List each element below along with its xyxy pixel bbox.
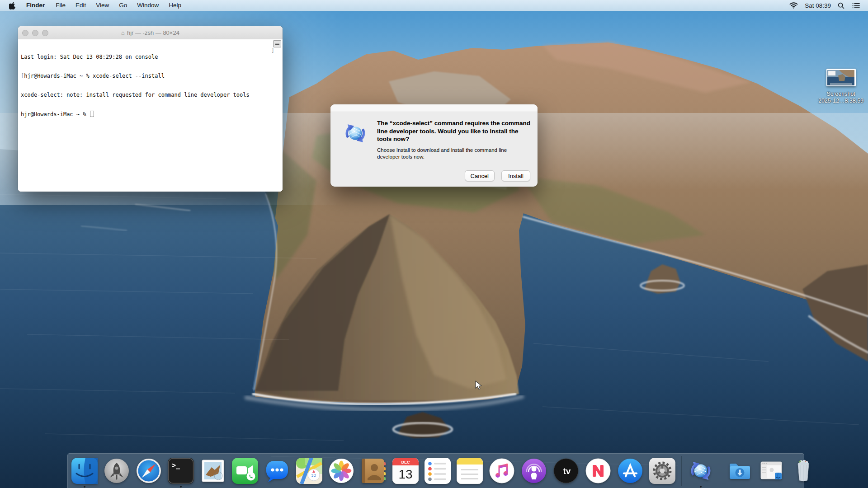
home-icon: ⌂	[121, 29, 125, 36]
window-controls	[22, 30, 48, 36]
dialog-body: Choose Install to download and install t…	[377, 147, 531, 160]
desktop: Finder File Edit View Go Window Help Sat…	[0, 0, 868, 488]
apple-logo-icon	[9, 2, 16, 9]
terminal-line: [hjr@Howards-iMac ~ % xcode-select --ins…	[21, 73, 283, 79]
menu-bar-left: Finder File Edit View Go Window Help	[0, 0, 186, 11]
dialog-text: The “xcode-select” command requires the …	[377, 119, 531, 160]
dock-calendar-icon[interactable]: DEC 13	[392, 458, 419, 484]
dock-separator	[681, 456, 682, 486]
terminal-window-title: ⌂ hjr — -zsh — 80×24	[121, 29, 179, 36]
menu-item-edit[interactable]: Edit	[71, 0, 91, 11]
notification-list-icon[interactable]	[850, 3, 862, 9]
menu-bar-clock[interactable]: Sat 08:39	[804, 2, 832, 9]
dock-separator	[720, 456, 720, 486]
dock-install-clt-icon[interactable]	[688, 458, 714, 484]
menu-bar-status: Sat 08:39	[788, 2, 868, 9]
dock-safari-icon[interactable]	[136, 458, 162, 484]
dock-system-preferences-icon[interactable]	[649, 458, 675, 484]
menu-bar: Finder File Edit View Go Window Help Sat…	[0, 0, 868, 11]
close-button[interactable]	[22, 30, 28, 36]
screenshot-thumbnail	[826, 69, 856, 86]
desktop-file-screenshot[interactable]: Screenshot 2025-12…8.38.59	[813, 69, 868, 104]
svg-text:3D: 3D	[311, 473, 316, 478]
dock-music-icon[interactable]	[489, 458, 515, 484]
terminal-window[interactable]: ⌂ hjr — -zsh — 80×24 Last login: Sat Dec…	[18, 26, 283, 192]
search-icon[interactable]	[836, 2, 846, 9]
zoom-button[interactable]	[42, 30, 48, 36]
dock-photos-icon[interactable]	[328, 458, 354, 484]
menu-item-finder[interactable]: Finder	[20, 0, 51, 11]
dock-trash-icon[interactable]	[790, 458, 816, 484]
dialog-buttons: Cancel Install	[465, 170, 530, 181]
screenshot-file-label: Screenshot 2025-12…8.38.59	[813, 91, 868, 104]
command-mark: ]	[271, 47, 274, 54]
terminal-line: xcode-select: note: install requested fo…	[21, 92, 283, 98]
svg-text:tv: tv	[563, 466, 571, 476]
terminal-line: hjr@Howards-iMac ~ %	[21, 111, 283, 117]
dock-news-icon[interactable]	[585, 458, 611, 484]
dock-mail-icon[interactable]	[200, 458, 226, 484]
terminal-cursor	[90, 111, 94, 117]
dock-notes-icon[interactable]	[457, 458, 483, 484]
dock: >_	[67, 453, 804, 488]
dock-podcasts-icon[interactable]	[521, 458, 547, 484]
install-button[interactable]: Install	[501, 170, 530, 181]
running-indicator	[700, 486, 702, 488]
terminal-title-bar[interactable]: ⌂ hjr — -zsh — 80×24	[18, 26, 283, 39]
menu-item-view[interactable]: View	[91, 0, 114, 11]
software-update-icon	[342, 120, 368, 146]
svg-text:DEC: DEC	[401, 460, 410, 465]
menu-item-go[interactable]: Go	[114, 0, 132, 11]
dialog-heading: The “xcode-select” command requires the …	[377, 119, 531, 143]
cancel-button[interactable]: Cancel	[465, 170, 495, 181]
running-indicator	[180, 486, 182, 488]
dock-tv-icon[interactable]: tv	[553, 458, 579, 484]
apple-menu[interactable]	[8, 2, 20, 9]
wifi-icon[interactable]	[788, 2, 800, 9]
dock-terminal-icon[interactable]: >_	[168, 458, 194, 484]
dock-launchpad-icon[interactable]	[104, 458, 130, 484]
running-indicator	[84, 486, 85, 488]
dock-finder-icon[interactable]	[71, 458, 98, 484]
minimize-button[interactable]	[32, 30, 38, 36]
dock-maps-icon[interactable]: 3D	[296, 458, 322, 484]
dock-messages-icon[interactable]	[264, 458, 290, 484]
dock-appstore-icon[interactable]	[617, 458, 643, 484]
dock-reminders-icon[interactable]	[425, 458, 451, 484]
svg-text:13: 13	[398, 467, 412, 481]
svg-text:>_: >_	[172, 461, 180, 469]
dock-facetime-icon[interactable]	[232, 458, 258, 484]
dialog-title-bar[interactable]	[330, 104, 538, 112]
dock-minimized-window[interactable]	[758, 458, 784, 484]
terminal-marks-widget-icon[interactable]	[273, 40, 281, 47]
menu-item-window[interactable]: Window	[132, 0, 164, 11]
dock-downloads-folder-icon[interactable]	[726, 458, 752, 484]
menu-item-file[interactable]: File	[51, 0, 71, 11]
mouse-cursor	[475, 380, 483, 390]
terminal-line: Last login: Sat Dec 13 08:29:28 on conso…	[21, 54, 283, 60]
menu-item-help[interactable]: Help	[164, 0, 186, 11]
dock-contacts-icon[interactable]	[360, 458, 387, 484]
xcode-select-install-dialog: The “xcode-select” command requires the …	[330, 104, 538, 187]
terminal-output[interactable]: Last login: Sat Dec 13 08:29:28 on conso…	[18, 39, 283, 192]
